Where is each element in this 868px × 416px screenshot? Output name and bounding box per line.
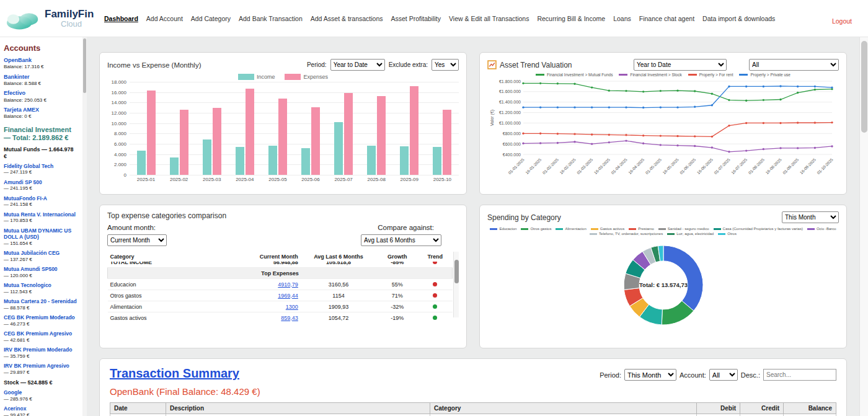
- logo-cloud-icon: [5, 6, 42, 31]
- legend-item-prestamo[interactable]: Prestamo: [629, 227, 654, 231]
- asset-link[interactable]: Mutua UBAM DYNAMIC US DOLL A (USD): [4, 228, 78, 241]
- legend-item-telefono-tv-ordenador-suscripciones[interactable]: Telefono, TV, ordenador, suscripciones: [590, 232, 663, 236]
- account-final-balance: OpenBank (Final Balance: 48.429 €): [110, 386, 836, 397]
- compare-against-select[interactable]: Avg Last 6 Months: [361, 234, 441, 246]
- asset-link[interactable]: Mutua Renta V. Internacional: [4, 211, 78, 218]
- legend-item-otros[interactable]: Otros: [718, 232, 737, 236]
- nav-item-dashboard[interactable]: Dashboard: [104, 15, 138, 22]
- current-month-link[interactable]: 4910,79: [278, 281, 298, 288]
- asset-link[interactable]: MutuaFondo FI-A: [4, 195, 78, 202]
- account-link[interactable]: Efectivo: [4, 90, 78, 97]
- legend-item-income[interactable]: Income: [238, 74, 275, 80]
- expense-table-container: CategoryCurrent MonthAvg Last 6 MonthsGr…: [107, 251, 459, 323]
- current-month-link[interactable]: 1300: [286, 304, 298, 310]
- asset-link[interactable]: Mutua Amundi SP500: [4, 266, 78, 273]
- legend-item-educacion[interactable]: Educacion: [490, 227, 516, 231]
- nav-item-finance-chat-agent[interactable]: Finance chat agent: [639, 15, 694, 22]
- sidebar-scrollbar[interactable]: [82, 37, 87, 416]
- nav-item-data-import-downloads[interactable]: Data import & downloads: [702, 15, 775, 22]
- legend-label: Ocio -Barco: [817, 227, 836, 231]
- data-point: [694, 145, 696, 147]
- category-cell: Educacion: [108, 279, 232, 290]
- legend-label: Gastos activos: [600, 227, 624, 231]
- main-nav: DashboardAdd AccountAdd CategoryAdd Bank…: [104, 15, 775, 22]
- tx-period-select[interactable]: This Month: [624, 369, 676, 381]
- data-point: [660, 144, 662, 146]
- data-point: [591, 133, 593, 135]
- legend-item-financial-investment-stock[interactable]: Financial Investment > Stock: [619, 73, 681, 77]
- legend-item-property-for-rent[interactable]: Property > For rent: [688, 73, 733, 77]
- asset-link[interactable]: Acerinox: [4, 405, 78, 412]
- x-axis-label: 2025-01: [130, 175, 162, 182]
- nav-item-add-account[interactable]: Add Account: [146, 15, 183, 22]
- nav-item-asset-profitability[interactable]: Asset Profitability: [391, 15, 441, 22]
- nav-item-add-bank-transaction[interactable]: Add Bank Transaction: [239, 15, 303, 22]
- legend-item-otros-gastos[interactable]: Otros gastos: [521, 227, 551, 231]
- nav-item-add-category[interactable]: Add Category: [191, 15, 231, 22]
- main-scrollbar[interactable]: [859, 37, 868, 416]
- legend-item-property-private-use[interactable]: Property > Private use: [739, 73, 790, 77]
- account-link[interactable]: Bankinter: [4, 74, 78, 81]
- tx-search-input[interactable]: [763, 369, 836, 381]
- asset-amount: — 35.759 €: [4, 353, 78, 360]
- bar-income: [400, 146, 409, 175]
- data-point: [557, 133, 559, 135]
- legend-item-gastos-activos[interactable]: Gastos activos: [591, 227, 624, 231]
- asset-link[interactable]: Mutua Tecnologico: [4, 282, 78, 289]
- income-expense-period-select[interactable]: Year to Date: [330, 59, 385, 71]
- asset-link[interactable]: Mutua Cartera 20 - Serenidad: [4, 298, 78, 305]
- legend-item-financial-investment-mutual-funds[interactable]: Financial Investment > Mutual Funds: [536, 73, 613, 77]
- asset-link[interactable]: Mutua Jubilación CEG: [4, 250, 78, 257]
- current-month-cell: 4910,79: [232, 279, 301, 290]
- account-link[interactable]: OpenBank: [4, 57, 78, 64]
- tx-account-select[interactable]: All: [709, 369, 738, 381]
- legend-item-casa-comunidad-propietarios-y-facturas-varias[interactable]: Casa (Comunidad Propietarios y facturas …: [714, 227, 803, 231]
- legend-label: Sanidad - seguro medico: [668, 227, 709, 231]
- bar-plot-area: [130, 82, 459, 175]
- x-axis-label: 2025-03: [195, 175, 228, 182]
- asset-link[interactable]: CEG BK Premium Moderado: [4, 314, 78, 321]
- account-link[interactable]: Tarjeta AMEX: [4, 107, 78, 113]
- asset-link[interactable]: Fidelity Global Tech: [4, 163, 78, 170]
- legend-label: Otros gastos: [530, 227, 551, 231]
- avg-cell: 3160,56: [301, 279, 376, 290]
- data-point: [694, 90, 696, 92]
- legend-item-alimentacion[interactable]: Alimentacion: [556, 227, 586, 231]
- exclude-extra-select[interactable]: Yes: [432, 59, 459, 71]
- spending-period-select[interactable]: This Month: [782, 211, 839, 223]
- asset-link[interactable]: IRV BK Premium Moderado: [4, 347, 78, 353]
- asset-trend-filter-select[interactable]: All: [749, 59, 839, 71]
- legend-item-ocio-barco[interactable]: Ocio -Barco: [807, 227, 836, 231]
- asset-link[interactable]: Amundi SP 500: [4, 179, 78, 186]
- main-scrollbar-thumb[interactable]: [861, 41, 867, 133]
- table-scrollbar[interactable]: [453, 251, 459, 317]
- line-swatch: [688, 74, 697, 76]
- current-month-link[interactable]: 1969,44: [278, 293, 298, 299]
- category-cell: Alimentacion: [108, 301, 232, 312]
- legend-item-sanidad-seguro-medico[interactable]: Sanidad - seguro medico: [658, 227, 709, 231]
- asset-link[interactable]: IRV BK Premium Agresivo: [4, 363, 78, 370]
- asset-link[interactable]: CEG BK Premium Agresivo: [4, 330, 78, 337]
- legend-item-luz-agua-electricidad[interactable]: Luz, agua, electricidad: [667, 232, 714, 236]
- asset-group-title: Mutual Funds — 1.664.978 €: [4, 146, 78, 160]
- table-scrollbar-thumb[interactable]: [454, 260, 459, 283]
- pie-slice-educacion[interactable]: [663, 246, 703, 311]
- bar-group: [261, 82, 294, 175]
- logout-link[interactable]: Logout: [832, 17, 852, 25]
- nav-item-recurring-bill-income[interactable]: Recurring Bill & Income: [537, 15, 605, 22]
- legend-label: Alimentacion: [565, 227, 586, 231]
- legend-item-expenses[interactable]: Expenses: [285, 74, 328, 80]
- sidebar-scrollbar-thumb[interactable]: [83, 38, 86, 93]
- x-tick-label: 16-02-2025: [559, 157, 577, 175]
- asset-link[interactable]: Google: [4, 389, 78, 396]
- bars: [130, 82, 459, 175]
- x-axis-label: 2025-10: [426, 175, 459, 182]
- nav-item-view-edit-all-transactions[interactable]: View & Edit all Transactions: [449, 15, 529, 22]
- nav-item-loans[interactable]: Loans: [613, 15, 631, 22]
- nav-item-add-asset-transactions[interactable]: Add Asset & transactions: [311, 15, 383, 22]
- logo-title: FamilyFin: [45, 9, 94, 19]
- asset-trend-range-select[interactable]: Year to Date: [634, 59, 727, 71]
- current-month-link[interactable]: 859,43: [281, 315, 298, 321]
- data-point: [728, 151, 730, 153]
- amount-month-select[interactable]: Current Month: [107, 234, 167, 246]
